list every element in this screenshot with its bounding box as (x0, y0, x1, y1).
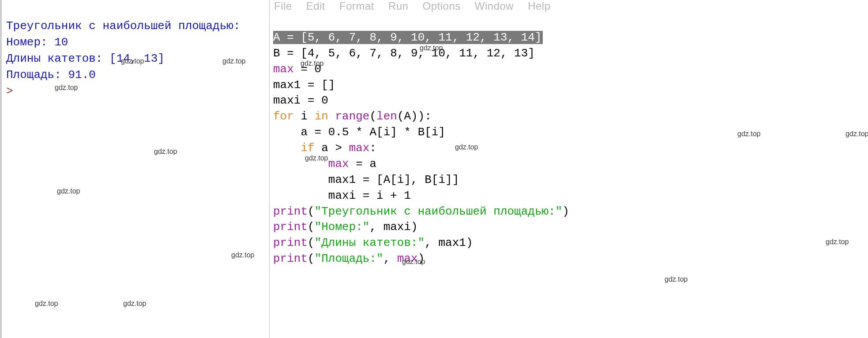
watermark: gdz.top (231, 251, 254, 259)
watermark: gdz.top (123, 300, 146, 308)
code-line: max1 = [] (273, 78, 335, 92)
code-token: "Номер:" (315, 220, 370, 234)
code-token: ) (562, 205, 569, 218)
code-token: print (273, 205, 308, 218)
code-token: range (335, 110, 369, 123)
code-token: print (273, 236, 308, 249)
menu-bar: File Edit Format Run Options Window Help (270, 0, 868, 14)
code-token: for (273, 110, 294, 123)
code-token: , max1) (425, 236, 473, 249)
shell-line: Площадь: 91.0 (6, 68, 96, 82)
menu-edit[interactable]: Edit (306, 0, 325, 12)
code-token: "Треугольник с наибольшей площадью:" (315, 205, 563, 218)
editor-pane: File Edit Format Run Options Window Help… (269, 0, 868, 338)
code-token: (A)): (397, 110, 432, 123)
shell-line: Треугольник с наибольшей площадью: (6, 19, 240, 33)
code-token: in (315, 110, 328, 123)
code-token (328, 110, 335, 123)
code-line: a = 0.5 * A[i] * B[i] (273, 126, 445, 139)
code-token: ( (308, 220, 315, 234)
menu-run[interactable]: Run (388, 0, 409, 12)
code-token: max (349, 141, 370, 155)
watermark: gdz.top (57, 187, 80, 195)
shell-prompt: > (6, 85, 13, 98)
code-line: max1 = [A[i], B[i]] (273, 173, 459, 186)
code-token: "Длины катетов:" (315, 236, 425, 249)
menu-window[interactable]: Window (475, 0, 514, 12)
watermark: gdz.top (35, 300, 58, 308)
code-token: , (383, 252, 397, 265)
menu-file[interactable]: File (274, 0, 292, 12)
watermark: gdz.top (154, 148, 177, 156)
menu-help[interactable]: Help (528, 0, 550, 12)
code-line: B = [4, 5, 6, 7, 8, 9, 10, 11, 12, 13] (273, 47, 535, 60)
shell-line: Длины катетов: [14, 13] (6, 52, 165, 65)
code-line: maxi = i + 1 (273, 189, 411, 202)
code-token: ) (418, 252, 425, 265)
menu-format[interactable]: Format (339, 0, 374, 12)
shell-output[interactable]: Треугольник с наибольшей площадью: Номер… (6, 2, 269, 115)
code-token: max (273, 63, 294, 76)
code-token: ( (369, 110, 376, 123)
shell-line: Номер: 10 (6, 36, 68, 49)
code-token: ( (308, 236, 315, 249)
code-token: = a (349, 157, 376, 171)
code-token: ( (308, 205, 315, 218)
code-token: if (301, 141, 314, 155)
code-token: print (273, 220, 308, 234)
code-token (273, 141, 301, 155)
code-token: = 0 (294, 63, 321, 76)
code-token: print (273, 252, 308, 265)
code-token: max (397, 252, 418, 265)
code-token: i (294, 110, 315, 123)
code-editor[interactable]: A = [5, 6, 7, 8, 9, 10, 11, 12, 13, 14] … (270, 14, 868, 283)
code-token: max (328, 157, 349, 171)
code-token: "Площадь:" (315, 252, 383, 265)
code-token: a > (315, 141, 349, 155)
menu-options[interactable]: Options (423, 0, 461, 12)
code-line: maxi = 0 (273, 94, 328, 107)
code-line-selected: A = [5, 6, 7, 8, 9, 10, 11, 12, 13, 14] (273, 31, 543, 44)
code-token: ( (308, 252, 315, 265)
code-token: : (369, 141, 376, 155)
shell-pane: Треугольник с наибольшей площадью: Номер… (0, 0, 269, 338)
code-token (273, 157, 328, 171)
code-token: , maxi) (369, 220, 417, 234)
code-token: len (376, 110, 397, 123)
